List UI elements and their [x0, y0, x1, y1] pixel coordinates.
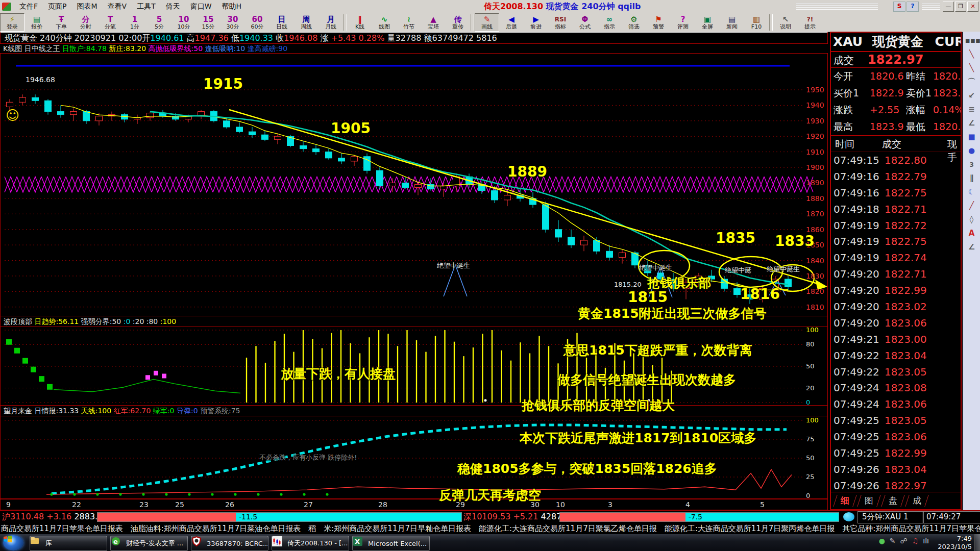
toolbar-button-竹节[interactable]: ≀竹节	[397, 13, 421, 32]
toolbar-button-线图[interactable]: ∿线图	[372, 13, 397, 32]
moon-marker-icon[interactable]: ☾	[965, 185, 978, 198]
toolbar-button-60分[interactable]: 6060分	[245, 13, 270, 32]
toolbar-button-提示[interactable]: ?!提示	[798, 13, 822, 32]
menu-item-倚天[interactable]: 倚天	[161, 1, 185, 13]
menu-item-帮助H[interactable]: 帮助H	[217, 1, 247, 13]
toolbar-button-新闻[interactable]: ▤新闻	[720, 13, 744, 32]
toolbar-button-分时[interactable]: 分分时	[74, 13, 98, 32]
text-segment: 1940.33	[239, 33, 273, 43]
menu-item-图表M[interactable]: 图表M	[72, 1, 103, 13]
toolbar-button-1分[interactable]: 11分	[122, 13, 147, 32]
toolbar-button-说明[interactable]: ↖说明	[773, 13, 798, 32]
toolbar-button-月线[interactable]: 月月线	[318, 13, 343, 32]
menu-item-文件F[interactable]: 文件F	[14, 1, 43, 13]
clock-box: 07:49:27	[922, 511, 980, 523]
angle-tool-icon[interactable]: ∠	[965, 240, 978, 254]
help-button-S[interactable]: S	[893, 2, 905, 12]
toolbar-button-公式[interactable]: Φ公式	[573, 13, 597, 32]
help-button-?[interactable]: ?	[906, 2, 919, 12]
toolbar-button-后退[interactable]: ◀后退	[499, 13, 524, 32]
quote-tab-细[interactable]: 细	[833, 495, 856, 507]
rectangle-tool-icon[interactable]: ■	[965, 130, 978, 143]
show-desktop-button[interactable]	[974, 534, 980, 551]
toolbar-button-周线[interactable]: 周周线	[294, 13, 318, 32]
close-button[interactable]: ✕	[967, 2, 978, 12]
main-kline-chart[interactable]: ☺ 19501940193019201910190018901880187018…	[0, 53, 828, 316]
tape-time: 07:49:16	[834, 187, 879, 199]
taskbar-button-33687870: BCRC...[interactable]: 33687870: BCRC...	[191, 536, 268, 551]
gann-fan-icon[interactable]: ∠	[965, 116, 978, 130]
restore-button[interactable]: ❐	[955, 2, 966, 12]
text-segment: 1947.36	[195, 33, 229, 43]
taskbar-button-Microsoft Excel(...[interactable]: XMicrosoft Excel(...	[352, 536, 430, 551]
toolbar-button-宝塔[interactable]: ▲宝塔	[421, 13, 446, 32]
messenger-icon[interactable]: ●	[879, 537, 885, 545]
taskbar-button-库[interactable]: 库	[30, 536, 107, 551]
menu-item-工具T[interactable]: 工具T	[132, 1, 161, 13]
tape-price: 1822.79	[885, 170, 927, 183]
tape-time: 07:49:21	[834, 333, 879, 345]
band-top-indicator-panel[interactable]: 1008050200	[0, 327, 828, 406]
text-segment: 深	[463, 512, 472, 521]
price-label-1810: 1810	[806, 303, 824, 311]
ellipse-tool-icon[interactable]: ●	[965, 144, 978, 157]
toolbar-button-报价[interactable]: ▤报价	[24, 13, 49, 32]
menu-item-窗口W[interactable]: 窗口W	[185, 1, 217, 13]
text-tool-icon[interactable]: A	[965, 227, 978, 240]
tape-price: 1822.75	[885, 187, 927, 199]
network-icon[interactable]: ☍	[900, 537, 908, 545]
tape-time: 07:49:18	[834, 203, 879, 215]
toolbar-button-重传[interactable]: 传重传	[446, 13, 470, 32]
toolbar-button-前进[interactable]: ▶前进	[524, 13, 548, 32]
panel2-label-80: 80	[806, 340, 815, 348]
taskbar-button-财经号-发表文章 ...[interactable]: e财经号-发表文章 ...	[110, 536, 188, 551]
signal-icon[interactable]: ılı	[923, 537, 929, 545]
toolbar-button-评测[interactable]: ?评测	[671, 13, 695, 32]
taskbar-button-倚天2008.130 - [...[interactable]: 倚天2008.130 - [...	[272, 536, 349, 551]
toolbar-button-K线[interactable]: ‖K线	[348, 13, 372, 32]
parallel-lines-icon[interactable]: ≡	[965, 103, 978, 116]
text-segment: 收	[273, 33, 284, 43]
start-button[interactable]	[3, 535, 23, 550]
quote-tab-图[interactable]: 图	[857, 495, 880, 507]
toolbar-button-F10[interactable]: ▥F10	[744, 13, 769, 32]
refresh-mode[interactable]: 5分钟:XAU 1	[857, 511, 924, 523]
toolbar-button-预警[interactable]: ⚑预警	[646, 13, 671, 32]
volume-muted-icon[interactable]: ♫	[912, 537, 919, 545]
quote-tab-盘[interactable]: 盘	[881, 495, 904, 507]
tick-ruler-icon[interactable]: ▪▪▪	[965, 34, 978, 47]
tape-row: 07:49:241823.08	[831, 380, 961, 396]
ray-line-icon[interactable]: ╱	[965, 199, 978, 212]
toolbar-button-15分[interactable]: 1515分	[196, 13, 220, 32]
toolbar-button-分笔[interactable]: T分笔	[98, 13, 122, 32]
toolbar-button-登录[interactable]: ⚡登录	[0, 13, 24, 32]
wave-tool-icon[interactable]: ɜ	[965, 158, 978, 171]
menu-item-查看V[interactable]: 查看V	[103, 1, 132, 13]
toolbar-button-下单[interactable]: Ŧ下单	[49, 13, 74, 32]
toolbar-button-指示[interactable]: ∞指示	[597, 13, 622, 32]
arc-tool-icon[interactable]: ⌒	[965, 75, 978, 88]
segment-line-icon[interactable]: ╲	[965, 61, 978, 74]
moon-gold-indicator-panel[interactable]: 1007550250	[0, 416, 828, 499]
quote-tab-成[interactable]: 成	[905, 495, 928, 507]
toolbar-button-日线[interactable]: 日日线	[270, 13, 294, 32]
toolbar-button-30分[interactable]: 3030分	[220, 13, 245, 32]
tape-time: 07:49:20	[834, 268, 879, 280]
toolbar-button-画线[interactable]: ✎画线	[475, 13, 499, 32]
channel-tool-icon[interactable]: ∥	[965, 171, 978, 185]
toolbar-button-指标[interactable]: RSI指标	[548, 13, 573, 32]
arrow-line-icon[interactable]: ↙	[965, 89, 978, 102]
toolbar-button-5分[interactable]: 55分	[147, 13, 172, 32]
toolbar-button-全屏[interactable]: ▣全屏	[695, 13, 720, 32]
menu-item-页面P[interactable]: 页面P	[43, 1, 71, 13]
quote-tab-label: 成	[913, 495, 921, 507]
minimize-button[interactable]: —	[943, 2, 954, 12]
eraser-icon[interactable]: ◊	[965, 213, 978, 226]
panel2-label-100: 100	[806, 326, 819, 334]
trend-line-icon[interactable]: ╲	[965, 47, 978, 61]
toolbar-button-筛选[interactable]: ⚙筛选	[622, 13, 646, 32]
tape-price: 1823.04	[885, 463, 927, 475]
toolbar-button-10分[interactable]: 1010分	[172, 13, 196, 32]
pen-icon[interactable]: ✎	[890, 537, 896, 545]
10分-icon: 10	[179, 15, 189, 23]
